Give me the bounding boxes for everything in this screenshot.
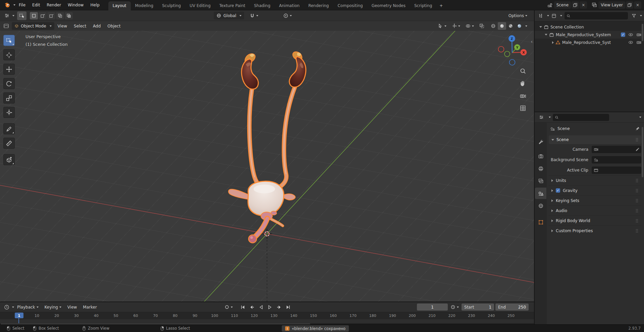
properties-options-caret[interactable] [639,117,641,118]
viewport-menu[interactable]: Select [70,24,90,28]
gizmo-neg-x[interactable] [498,47,504,52]
outliner-display-mode-icon[interactable] [550,12,558,20]
workspace-tab[interactable]: Animation [275,1,304,10]
timeline-menu-marker[interactable]: Marker [80,305,100,310]
view-layer-name-field[interactable]: View Layer [598,1,625,9]
eyedropper-icon[interactable] [635,147,639,151]
timeline-menu-view[interactable]: View [64,305,80,310]
properties-section[interactable]: Audio [549,205,641,215]
outliner-editor-icon[interactable] [537,12,545,20]
proportional-editing-button[interactable] [282,12,293,20]
topbar-menu[interactable]: Render [43,0,64,10]
workspace-tab[interactable]: Shading [250,1,275,10]
tool-move[interactable] [3,64,15,75]
tool-add-cube[interactable] [3,154,15,165]
outliner-row-object-male-reproductive[interactable]: Male_Reproductive_Syst [535,39,644,46]
frame-end-field[interactable]: End 250 [495,304,529,311]
properties-section[interactable]: Rigid Body World [549,215,641,225]
add-workspace-button[interactable]: + [436,1,446,10]
tab-object[interactable] [535,216,546,228]
disclosure-down-icon[interactable] [545,34,547,36]
topbar-menu[interactable]: Edit [29,0,43,10]
new-scene-button[interactable] [572,1,579,9]
scene-name-field[interactable]: Scene [554,1,571,9]
play-button[interactable] [266,304,274,311]
ortho-grid-icon[interactable] [520,104,526,112]
tab-tool[interactable] [535,136,546,147]
select-mode-invert[interactable] [56,12,64,19]
workspace-tab[interactable]: Modeling [131,1,158,10]
tool-rotate[interactable] [3,78,15,89]
panel-expand-icon[interactable] [551,139,554,141]
scene-browse-icon[interactable] [546,1,554,9]
properties-section[interactable]: Units [549,175,641,185]
gizmos-dropdown[interactable] [450,22,462,30]
camera-icon[interactable] [636,40,641,45]
filter-funnel-icon[interactable] [630,12,638,20]
outliner-editor-caret[interactable] [547,15,549,16]
gravity-checkbox[interactable] [556,188,560,193]
gizmo-neg-z[interactable] [509,60,515,65]
viewport-menu[interactable]: Object [104,24,124,28]
tool-measure[interactable] [3,138,15,149]
tool-cursor[interactable] [3,49,15,60]
current-frame-field[interactable]: 1 [417,304,448,311]
camera-view-icon[interactable] [520,92,526,100]
workspace-tab[interactable]: Rendering [304,1,333,10]
timeline-menu-playback[interactable]: Playback [14,305,42,310]
background-scene-field[interactable] [592,156,641,163]
outliner-search-input[interactable] [572,13,626,18]
topbar-menu[interactable]: Window [64,0,87,10]
disclosure-down-icon[interactable] [539,26,542,28]
region-collapse-arrow[interactable]: ‹ [531,39,533,44]
editor-type-caret[interactable] [12,15,14,16]
xray-toggle[interactable] [478,22,486,30]
options-dropdown[interactable]: Options [507,12,529,20]
play-reverse-button[interactable] [257,304,265,311]
scene-panel-header[interactable]: Scene [549,135,641,144]
tool-annotate[interactable] [3,123,15,134]
properties-editor-icon[interactable] [537,113,545,121]
workspace-tab[interactable]: UV Editing [185,1,215,10]
select-mode-subtract[interactable] [47,12,55,19]
shading-solid-button[interactable] [498,22,506,30]
prev-keyframe-button[interactable] [248,304,256,311]
pin-icon[interactable] [635,126,640,131]
playhead[interactable]: 1 [15,313,23,318]
camera-field[interactable] [592,146,641,153]
outliner-row-scene-collection[interactable]: Scene Collection [535,23,644,31]
select-mode-intersect[interactable] [65,12,73,19]
view-layer-icon[interactable] [590,1,598,9]
viewport-3d[interactable]: User Perspective (1) Scene Collection [0,31,534,302]
active-tool-button[interactable] [17,11,26,20]
tab-render[interactable] [535,150,546,162]
blender-logo-icon[interactable] [3,1,12,9]
new-view-layer-button[interactable] [626,1,633,9]
topbar-menu[interactable]: Help [87,0,103,10]
tool-settings-editor-icon[interactable] [3,12,11,20]
workspace-tab[interactable]: Scripting [410,1,436,10]
outliner-search[interactable] [565,12,628,19]
panel-drag-dots[interactable] [636,138,639,142]
active-clip-field[interactable] [592,167,641,174]
transform-orientation-dropdown[interactable]: Global [214,12,244,19]
properties-section[interactable]: Keying Sets [549,195,641,205]
tab-world[interactable] [535,200,546,211]
zoom-icon[interactable] [520,67,526,75]
timeline-editor-icon[interactable] [3,303,11,311]
workspace-tab[interactable]: Layout [108,1,131,10]
jump-to-end-button[interactable] [284,304,292,311]
shading-wireframe-button[interactable] [489,22,497,30]
properties-search-input[interactable] [560,115,607,120]
tab-output[interactable] [535,163,546,174]
outliner-scrollbar[interactable] [642,24,643,41]
tab-scene[interactable] [535,188,546,199]
tab-view-layer[interactable] [535,175,546,187]
eye-icon[interactable] [628,40,633,45]
gizmo-neg-y[interactable] [504,51,510,57]
select-mode-new[interactable] [30,12,38,19]
workspace-tab[interactable]: Geometry Nodes [367,1,410,10]
auto-keying-button[interactable] [223,303,234,311]
timeline-track[interactable] [0,319,534,323]
pan-hand-icon[interactable] [520,79,526,87]
